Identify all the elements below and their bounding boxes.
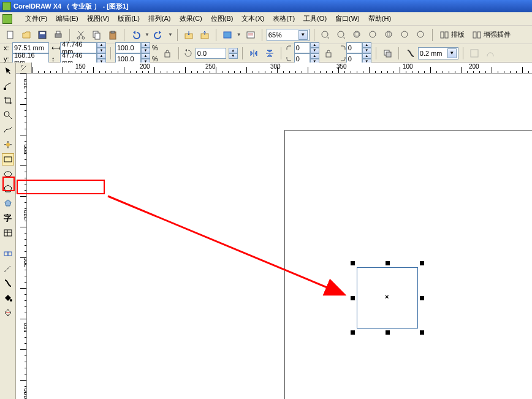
convert-curve-button[interactable]: [484, 47, 497, 60]
redo-dropdown[interactable]: ▼: [168, 32, 173, 37]
basic-shapes-tool[interactable]: [2, 197, 14, 210]
handle-e[interactable]: [420, 296, 424, 300]
mirror-h-button[interactable]: [247, 47, 260, 60]
ruler-vertical[interactable]: 350300250200150100: [16, 74, 27, 399]
shape-tool[interactable]: [2, 80, 14, 92]
text-tool[interactable]: 字: [2, 212, 14, 224]
mirror-v-button[interactable]: [263, 47, 276, 60]
zoom-in-button[interactable]: [319, 28, 332, 42]
handle-se[interactable]: [420, 330, 424, 335]
cut-button[interactable]: [74, 28, 88, 42]
canvas[interactable]: ×: [27, 74, 532, 399]
menu-file[interactable]: 文件(F): [21, 13, 51, 25]
typeset-button[interactable]: 排版: [437, 28, 467, 42]
zoom-page-button[interactable]: [382, 28, 396, 42]
welcome-button[interactable]: [244, 28, 257, 42]
title-bar: CorelDRAW X4 （ 专业版 ） - [图形1]: [0, 0, 532, 12]
eyedropper-tool[interactable]: [2, 262, 14, 275]
new-button[interactable]: [4, 28, 17, 42]
corner-tr-input[interactable]: 0: [346, 42, 362, 53]
pick-tool[interactable]: [2, 65, 14, 77]
print-button[interactable]: [51, 28, 65, 42]
zoom-h-icon: [416, 30, 426, 40]
menu-effects[interactable]: 效果(C): [175, 13, 207, 25]
to-front-button[interactable]: [381, 47, 394, 60]
separator: [376, 47, 376, 59]
smart-fill-tool[interactable]: [2, 139, 14, 151]
menu-edit[interactable]: 编辑(E): [51, 13, 83, 25]
menu-bar: 文件(F) 编辑(E) 视图(V) 版面(L) 排列(A) 效果(C) 位图(B…: [0, 12, 532, 26]
import-button[interactable]: [182, 28, 196, 42]
open-button[interactable]: [20, 28, 33, 42]
interactive-fill-tool[interactable]: [2, 306, 14, 319]
zoom-select[interactable]: 65% ▼: [267, 29, 310, 41]
angle-spinner[interactable]: ▲▼: [229, 48, 238, 59]
menu-layout[interactable]: 版面(L): [113, 13, 143, 25]
menu-view[interactable]: 视图(V): [83, 13, 114, 25]
svg-rect-33: [4, 88, 6, 90]
zoom-out-button[interactable]: [335, 28, 348, 42]
typeset-icon: [439, 30, 449, 40]
handle-s[interactable]: [386, 330, 390, 335]
app-dropdown[interactable]: ▼: [237, 32, 241, 37]
fill-tool[interactable]: [2, 292, 14, 304]
corner-tr-spinner[interactable]: ▲▼: [362, 42, 371, 53]
width-spinner[interactable]: ▲▼: [97, 42, 106, 53]
freehand-tool[interactable]: [2, 124, 14, 136]
size-group: ⟷47.746 mm▲▼ ↕47.746 mm▲▼: [51, 42, 106, 64]
svg-rect-10: [111, 31, 115, 33]
handle-nw[interactable]: [351, 261, 355, 265]
scalex-input[interactable]: 100.0: [115, 42, 141, 53]
corner-tl-spinner[interactable]: ▲▼: [310, 42, 319, 53]
table-tool[interactable]: [2, 227, 14, 239]
menu-window[interactable]: 窗口(W): [331, 13, 364, 25]
corner-lock-button[interactable]: [322, 47, 335, 60]
menu-text[interactable]: 文本(X): [237, 13, 268, 25]
handle-ne[interactable]: [420, 261, 424, 265]
outline-tool[interactable]: [2, 277, 14, 289]
outline-width-select[interactable]: 0.2 mm ▼: [418, 47, 458, 59]
undo-button[interactable]: [129, 28, 142, 42]
rotate-icon: [183, 48, 193, 58]
selection-center[interactable]: ×: [385, 293, 389, 300]
eyedrop-icon: [3, 264, 13, 273]
zoom-height-button[interactable]: [414, 28, 428, 42]
ruler-horizontal[interactable]: 150200250300350100200: [32, 63, 532, 74]
rectangle-tool[interactable]: 矩形(R) F6 3 点矩形(3): [2, 153, 14, 165]
copy-button[interactable]: [90, 28, 104, 42]
menu-bitmap[interactable]: 位图(B): [207, 13, 238, 25]
menu-help[interactable]: 帮助(H): [364, 13, 395, 25]
zoom-selection-button[interactable]: [351, 28, 364, 42]
shapes-icon: [3, 199, 13, 208]
cut-icon: [76, 30, 86, 40]
zoom-width-button[interactable]: [398, 28, 412, 42]
plugin-button[interactable]: 增强插件: [469, 28, 513, 42]
corner-tl-input[interactable]: 0: [294, 42, 310, 53]
zoom-tool[interactable]: [2, 109, 14, 121]
menu-tools[interactable]: 工具(O): [299, 13, 331, 25]
handle-n[interactable]: [386, 261, 390, 265]
menu-arrange[interactable]: 排列(A): [144, 13, 175, 25]
angle-input[interactable]: 0.0: [196, 48, 226, 59]
undo-dropdown[interactable]: ▼: [145, 32, 150, 37]
property-bar: x:97.51 mm y:168.16 mm ⟷47.746 mm▲▼ ↕47.…: [0, 44, 532, 63]
crop-tool[interactable]: [2, 94, 14, 107]
export-button[interactable]: [198, 28, 211, 42]
crop-icon: [3, 96, 13, 105]
separator: [463, 47, 463, 59]
interactive-tool[interactable]: [2, 248, 14, 260]
lock-open-icon: [324, 48, 333, 58]
wrap-text-button[interactable]: [468, 47, 481, 60]
ruler-origin[interactable]: [16, 63, 32, 74]
lock-ratio-button[interactable]: [161, 47, 174, 60]
app-launcher[interactable]: [221, 28, 234, 42]
zoom-all-button[interactable]: [367, 28, 380, 42]
paste-button[interactable]: [106, 28, 120, 42]
handle-w[interactable]: [351, 296, 355, 300]
save-button[interactable]: [36, 28, 49, 42]
redo-button[interactable]: [152, 28, 165, 42]
rectangle-icon: [3, 154, 13, 164]
menu-table[interactable]: 表格(T): [268, 13, 299, 25]
handle-sw[interactable]: [351, 330, 355, 335]
scalex-spinner[interactable]: ▲▼: [141, 42, 150, 53]
